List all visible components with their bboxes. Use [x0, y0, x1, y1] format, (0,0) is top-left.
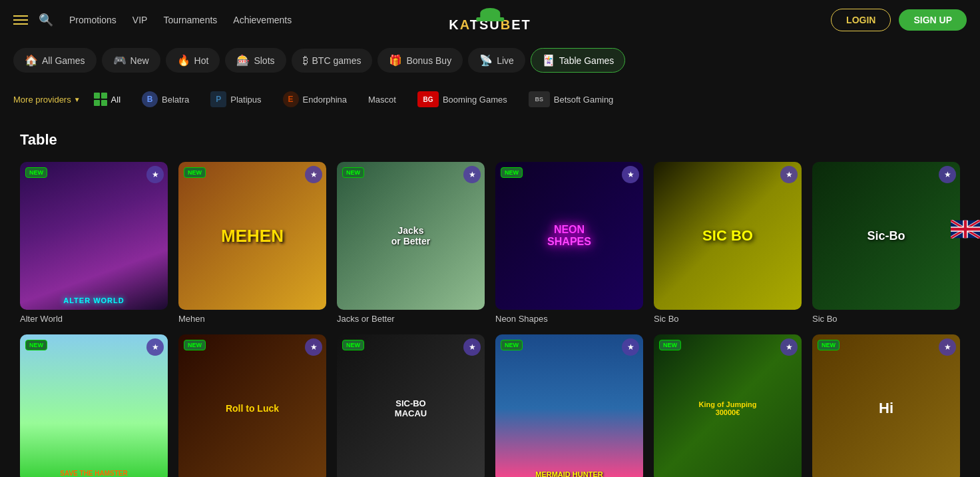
logo: KATSUBET	[449, 8, 531, 33]
language-flag[interactable]	[951, 220, 980, 240]
game-card-jacks-better[interactable]: NEW ★ Jacksor Better Jacks or Better	[337, 162, 485, 324]
new-badge: NEW	[659, 340, 681, 350]
platipus-icon: P	[210, 91, 226, 107]
menu-icon[interactable]	[13, 15, 28, 25]
game-card-sic-bo-macau[interactable]: NEW ★ SIC-BOMACAU Sic Bo Macau	[337, 334, 485, 477]
tab-new-label: New	[130, 55, 149, 66]
table-icon: 🃏	[542, 54, 555, 67]
bonus-icon: 🎁	[389, 54, 402, 67]
new-badge: NEW	[501, 167, 523, 178]
nav-promotions[interactable]: Promotions	[69, 15, 117, 25]
new-badge: NEW	[818, 340, 840, 350]
nav-achievements[interactable]: Achievements	[233, 15, 292, 25]
provider-betsoft-label: Betsoft Gaming	[554, 95, 614, 105]
fav-button-hilo[interactable]: ★	[939, 338, 956, 356]
tab-bonus-buy[interactable]: 🎁 Bonus Buy	[377, 48, 463, 73]
game-img-label-mehen: MEHEN	[221, 226, 284, 246]
game-thumbnail-sic-bo-2: ★ Sic-Bo	[812, 162, 960, 310]
fav-button-roll-luck[interactable]: ★	[305, 338, 322, 356]
game-card-hilo[interactable]: NEW ★ Hi Hilo	[812, 334, 960, 477]
nav-vip[interactable]: VIP	[132, 15, 148, 25]
game-img-label-alter-world: ALTER WORLD	[63, 296, 124, 304]
game-card-roll-luck[interactable]: NEW ★ Roll to Luck Roll to Luck	[178, 334, 326, 477]
game-thumbnail-king-jumping: NEW ★ King of Jumping30000€	[654, 334, 802, 477]
game-thumbnail-save-hamster: NEW ★ SAVE THE HAMSTER	[20, 334, 168, 477]
game-img-label-jacks: Jacksor Better	[391, 225, 430, 246]
game-thumbnail-roll-luck: NEW ★ Roll to Luck	[178, 334, 326, 477]
new-badge: NEW	[184, 340, 206, 350]
new-badge: NEW	[184, 167, 206, 178]
game-img-label-neon: NEONSHAPES	[547, 224, 591, 248]
game-card-save-hamster[interactable]: NEW ★ SAVE THE HAMSTER Save the Hamster	[20, 334, 168, 477]
game-thumbnail-hilo: NEW ★ Hi	[812, 334, 960, 477]
game-thumbnail-sic-bo-1: ★ SIC BO	[654, 162, 802, 310]
nav-links: Promotions VIP Tournaments Achievements	[69, 15, 292, 25]
game-name-jacks-better: Jacks or Better	[337, 314, 485, 324]
game-img-label-hamster: SAVE THE HAMSTER	[60, 470, 128, 477]
game-img-label-roll: Roll to Luck	[226, 403, 279, 414]
btc-icon: ₿	[303, 55, 308, 67]
live-icon: 📡	[479, 54, 493, 67]
belatra-icon: B	[142, 91, 158, 107]
game-thumbnail-mehen: NEW ★ MEHEN	[178, 162, 326, 310]
endorphina-icon: E	[283, 91, 299, 107]
fav-button-sic-bo-macau[interactable]: ★	[463, 338, 481, 356]
provider-platipus[interactable]: P Platipus	[202, 87, 269, 111]
header: 🔍 Promotions VIP Tournaments Achievement…	[0, 0, 980, 40]
game-card-sic-bo-1[interactable]: ★ SIC BO Sic Bo	[654, 162, 802, 324]
provider-all[interactable]: All	[86, 89, 128, 110]
game-card-mermaid-hunter[interactable]: NEW ★ MERMAID HUNTER Mermaid Hunter	[495, 334, 643, 477]
login-button[interactable]: LOGIN	[831, 9, 891, 31]
provider-betsoft[interactable]: BS Betsoft Gaming	[521, 87, 622, 111]
provider-all-label: All	[111, 95, 121, 105]
game-name-sic-bo-1: Sic Bo	[654, 314, 802, 324]
provider-mascot-label: Mascot	[368, 95, 396, 105]
fav-button-save-hamster[interactable]: ★	[146, 338, 164, 356]
tab-hot[interactable]: 🔥 Hot	[166, 48, 220, 73]
nav-tournaments[interactable]: Tournaments	[163, 15, 217, 25]
more-providers-button[interactable]: More providers ▼	[13, 95, 81, 105]
tab-live[interactable]: 📡 Live	[468, 48, 525, 73]
tab-slots[interactable]: 🎰 Slots	[225, 48, 286, 73]
game-name-alter-world: Alter World	[20, 314, 168, 324]
tab-slots-label: Slots	[254, 55, 274, 66]
fav-button-sic-bo-1[interactable]: ★	[780, 166, 798, 183]
signup-button[interactable]: SIGN UP	[899, 9, 967, 31]
fav-button-mermaid-hunter[interactable]: ★	[622, 338, 639, 356]
category-bar: 🏠 All Games 🎮 New 🔥 Hot 🎰 Slots ₿ BTC ga…	[0, 40, 980, 81]
game-img-label-macau: SIC-BOMACAU	[395, 398, 427, 418]
tab-new[interactable]: 🎮 New	[102, 48, 160, 73]
tab-btc-label: BTC games	[312, 55, 362, 66]
tab-live-label: Live	[497, 55, 514, 66]
provider-bar: More providers ▼ All B Belatra P Platipu…	[0, 81, 980, 118]
game-card-mehen[interactable]: NEW ★ MEHEN Mehen	[178, 162, 326, 324]
fav-button-king-jumping[interactable]: ★	[780, 338, 798, 356]
fav-button-jacks-better[interactable]: ★	[463, 166, 481, 183]
fav-button-sic-bo-2[interactable]: ★	[939, 166, 956, 183]
provider-booming[interactable]: BG Booming Games	[409, 87, 515, 111]
main-content: Table NEW ★ ALTER WORLD Alter World NEW …	[0, 118, 980, 477]
provider-belatra[interactable]: B Belatra	[134, 87, 197, 111]
tab-bonus-label: Bonus Buy	[406, 55, 451, 66]
tab-all-games[interactable]: 🏠 All Games	[13, 48, 97, 73]
game-card-alter-world[interactable]: NEW ★ ALTER WORLD Alter World	[20, 162, 168, 324]
game-card-neon-shapes[interactable]: NEW ★ NEONSHAPES Neon Shapes	[495, 162, 643, 324]
tab-btc-games[interactable]: ₿ BTC games	[292, 49, 373, 73]
tab-table-label: Table Games	[559, 55, 614, 66]
provider-booming-label: Booming Games	[443, 95, 507, 105]
slots-icon: 🎰	[236, 54, 250, 67]
provider-mascot[interactable]: Mascot	[360, 91, 404, 109]
fav-button-alter-world[interactable]: ★	[146, 166, 164, 183]
game-card-sic-bo-2[interactable]: ★ Sic-Bo Sic Bo	[812, 162, 960, 324]
provider-endorphina[interactable]: E Endorphina	[275, 87, 356, 111]
fav-button-neon-shapes[interactable]: ★	[622, 166, 639, 183]
tab-table-games[interactable]: 🃏 Table Games	[531, 48, 625, 73]
more-providers-label: More providers	[13, 95, 71, 105]
fav-button-mehen[interactable]: ★	[305, 166, 322, 183]
game-card-king-jumping[interactable]: NEW ★ King of Jumping30000€ King of Jump…	[654, 334, 802, 477]
header-right: LOGIN SIGN UP	[831, 9, 967, 31]
game-name-sic-bo-2: Sic Bo	[812, 314, 960, 324]
new-badge: NEW	[501, 340, 523, 350]
provider-endorphina-label: Endorphina	[303, 95, 348, 105]
search-icon[interactable]: 🔍	[39, 13, 53, 27]
